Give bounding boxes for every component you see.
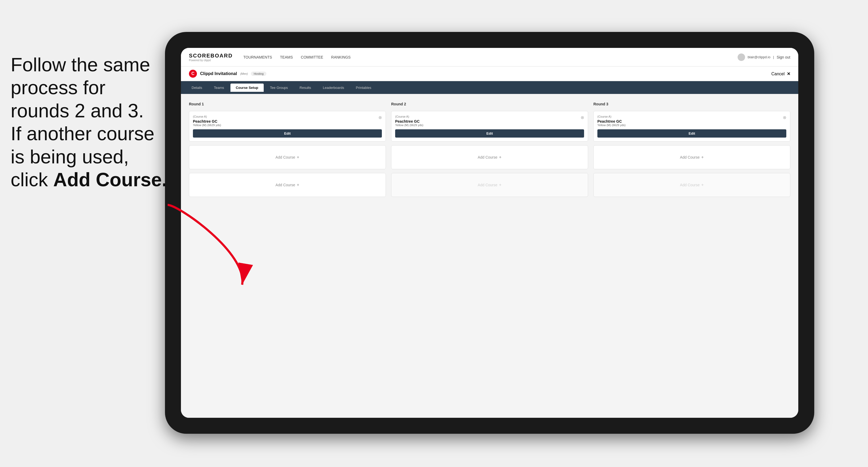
round-1-course-card: (Course A) Peachtree GC Yellow (M) (6629… [189,111,386,142]
instruction-line-2: process for [11,77,105,98]
cancel-button[interactable]: Cancel ✕ [771,71,790,76]
round-1-course-details: Yellow (M) (6629 yds) [193,123,221,127]
logo-area: SCOREBOARD Powered by clippd [189,53,232,62]
tablet-screen: SCOREBOARD Powered by clippd TOURNAMENTS… [181,48,798,418]
round-2-card-header: (Course A) Peachtree GC Yellow (M) (6629… [395,115,584,129]
tab-results[interactable]: Results [294,84,316,92]
instruction-line-6-prefix: click [11,169,53,190]
round-2-course-tag: (Course A) [395,115,423,118]
round-3-course-info: (Course A) Peachtree GC Yellow (M) (6629… [597,115,626,129]
round-2-remove-icon[interactable]: ⊗ [581,115,584,120]
round-3-course-details: Yellow (M) (6629 yds) [597,123,626,127]
tab-bar: Details Teams Course Setup Tee Groups Re… [181,81,798,94]
round-3-empty-plus-icon: + [701,183,704,187]
main-content: Round 1 (Course A) Peachtree GC Yellow (… [181,94,798,418]
event-gender: (Men) [240,72,248,75]
cancel-x-icon: ✕ [787,71,790,76]
round-3-label: Round 3 [593,102,790,106]
round-2-course-card: (Course A) Peachtree GC Yellow (M) (6629… [391,111,588,142]
round-1-add-plus-icon: + [297,155,299,160]
round-2-empty-slot-label: Add Course [478,183,497,187]
round-2-label: Round 2 [391,102,588,106]
round-3-remove-icon[interactable]: ⊗ [783,115,786,120]
round-2-column: Round 2 (Course A) Peachtree GC Yellow (… [391,102,588,197]
tab-tee-groups[interactable]: Tee Groups [265,84,293,92]
round-2-empty-slot: Add Course + [391,173,588,197]
instruction-line-5: is being used, [11,146,129,167]
round-3-edit-button[interactable]: Edit [597,129,786,137]
tab-printables[interactable]: Printables [350,84,376,92]
round-2-course-info: (Course A) Peachtree GC Yellow (M) (6629… [395,115,423,129]
round-3-column: Round 3 (Course A) Peachtree GC Yellow (… [593,102,790,197]
instruction-line-6-bold: Add Course. [53,169,167,190]
round-1-column: Round 1 (Course A) Peachtree GC Yellow (… [189,102,386,197]
round-2-add-plus-icon: + [499,155,501,160]
round-1-add-course-button[interactable]: Add Course + [189,145,386,169]
instruction-line-4: If another course [11,123,154,144]
round-2-add-course-button[interactable]: Add Course + [391,145,588,169]
nav-separator: | [773,55,774,59]
round-3-empty-slot-label: Add Course [680,183,700,187]
round-2-course-details: Yellow (M) (6629 yds) [395,123,423,127]
round-1-add-course-label: Add Course [275,155,295,159]
round-2-edit-button[interactable]: Edit [395,129,584,137]
event-name: Clippd Invitational [200,71,237,76]
round-3-add-course-label: Add Course [680,155,700,159]
round-3-add-course-button[interactable]: Add Course + [593,145,790,169]
round-1-course-info: (Course A) Peachtree GC Yellow (M) (6629… [193,115,221,129]
tab-teams[interactable]: Teams [209,84,229,92]
round-3-course-tag: (Course A) [597,115,626,118]
round-1-label: Round 1 [189,102,386,106]
round-1-course-tag: (Course A) [193,115,221,118]
nav-left: SCOREBOARD Powered by clippd TOURNAMENTS… [189,53,351,62]
sign-out-link[interactable]: Sign out [777,55,790,59]
nav-committee[interactable]: COMMITTEE [301,55,323,59]
sub-header-left: C Clippd Invitational (Men) Hosting [189,70,266,78]
logo-subtitle: Powered by clippd [189,59,232,62]
round-2-empty-plus-icon: + [499,183,501,187]
round-3-empty-slot: Add Course + [593,173,790,197]
round-2-add-course-label: Add Course [478,155,497,159]
hosting-badge: Hosting [251,71,266,76]
round-1-remove-icon[interactable]: ⊗ [378,115,382,120]
tab-course-setup[interactable]: Course Setup [230,84,264,92]
instruction-line-1: Follow the same [11,54,150,75]
round-3-card-header: (Course A) Peachtree GC Yellow (M) (6629… [597,115,786,129]
instruction-line-3: rounds 2 and 3. [11,100,144,121]
tablet-device: SCOREBOARD Powered by clippd TOURNAMENTS… [165,32,814,434]
tab-leaderboards[interactable]: Leaderboards [317,84,349,92]
tab-details[interactable]: Details [186,84,208,92]
round-1-empty-slot[interactable]: Add Course + [189,173,386,197]
nav-tournaments[interactable]: TOURNAMENTS [243,55,272,59]
rounds-grid: Round 1 (Course A) Peachtree GC Yellow (… [189,102,790,197]
round-3-course-name: Peachtree GC [597,119,626,123]
round-1-course-name: Peachtree GC [193,119,221,123]
scoreboard-logo: SCOREBOARD [189,53,232,59]
round-2-course-name: Peachtree GC [395,119,423,123]
round-1-edit-button[interactable]: Edit [193,129,382,137]
round-1-empty-plus-icon: + [297,183,299,187]
avatar [738,54,745,61]
nav-rankings[interactable]: RANKINGS [331,55,351,59]
nav-right: blair@clippd.io | Sign out [738,54,790,61]
clippd-logo: C [189,70,197,78]
nav-links: TOURNAMENTS TEAMS COMMITTEE RANKINGS [243,55,350,59]
top-navigation: SCOREBOARD Powered by clippd TOURNAMENTS… [181,48,798,66]
round-3-add-plus-icon: + [701,155,704,160]
instruction-panel: Follow the same process for rounds 2 and… [0,42,181,202]
cancel-label: Cancel [771,71,785,76]
sub-header: C Clippd Invitational (Men) Hosting Canc… [181,66,798,81]
round-1-card-header: (Course A) Peachtree GC Yellow (M) (6629… [193,115,382,129]
round-1-empty-slot-label: Add Course [275,183,295,187]
round-3-course-card: (Course A) Peachtree GC Yellow (M) (6629… [593,111,790,142]
user-email: blair@clippd.io [748,55,770,59]
nav-teams[interactable]: TEAMS [280,55,293,59]
